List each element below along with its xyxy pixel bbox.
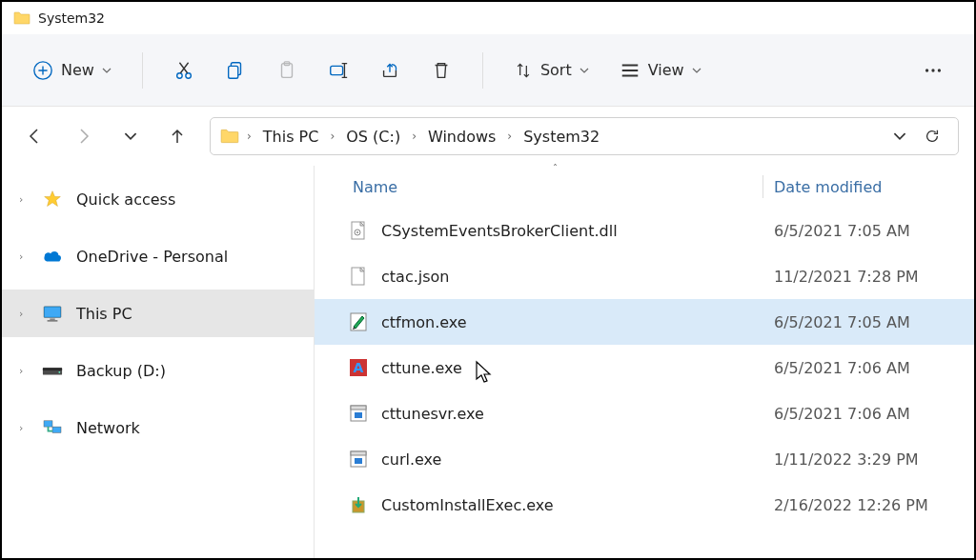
separator — [482, 52, 483, 89]
svg-point-22 — [356, 231, 358, 233]
rename-button[interactable] — [318, 50, 358, 90]
window-title: System32 — [38, 10, 105, 26]
expand-icon: › — [19, 250, 29, 263]
refresh-button[interactable] — [916, 120, 948, 152]
svg-rect-7 — [331, 66, 343, 74]
file-icon — [349, 404, 368, 423]
share-button[interactable] — [370, 50, 410, 90]
file-date: 1/11/2022 3:29 PM — [774, 450, 919, 469]
file-list: CSystemEventsBrokerClient.dll6/5/2021 7:… — [315, 208, 974, 558]
file-icon — [349, 267, 368, 286]
breadcrumb-item[interactable]: OS (C:) — [338, 124, 408, 150]
sort-label: Sort — [540, 61, 572, 79]
view-label: View — [648, 61, 684, 79]
chevron-right-icon: › — [245, 130, 254, 143]
sidebar-label: Network — [76, 419, 140, 437]
file-date: 2/16/2022 12:26 PM — [774, 496, 928, 514]
address-dropdown[interactable] — [885, 122, 914, 150]
svg-point-10 — [938, 69, 941, 71]
main-area: › Quick access › OneDrive - Personal › T… — [2, 166, 974, 558]
chevron-down-icon — [102, 66, 112, 75]
svg-point-9 — [931, 69, 934, 71]
sidebar-item-network[interactable]: › Network — [2, 404, 314, 451]
column-divider[interactable] — [762, 175, 763, 198]
file-date: 6/5/2021 7:06 AM — [774, 359, 910, 377]
file-row[interactable]: cttunesvr.exe6/5/2021 7:06 AM — [315, 390, 974, 436]
file-row[interactable]: CSystemEventsBrokerClient.dll6/5/2021 7:… — [315, 208, 974, 253]
star-icon — [42, 190, 63, 209]
breadcrumb-item[interactable]: This PC — [255, 124, 327, 150]
svg-point-17 — [58, 371, 60, 373]
new-button[interactable]: New — [23, 52, 121, 89]
titlebar: System32 — [2, 2, 974, 34]
file-date: 11/2/2021 7:28 PM — [774, 268, 919, 286]
address-bar[interactable]: › This PC › OS (C:) › Windows › System32 — [210, 117, 959, 155]
file-row[interactable]: Acttune.exe6/5/2021 7:06 AM — [315, 345, 974, 390]
copy-button[interactable] — [215, 50, 255, 90]
svg-rect-19 — [52, 427, 61, 432]
file-icon — [349, 495, 368, 514]
chevron-right-icon: › — [410, 130, 418, 143]
file-date: 6/5/2021 7:05 AM — [774, 222, 910, 240]
drive-icon — [42, 361, 63, 380]
svg-rect-32 — [355, 458, 362, 464]
sidebar-label: This PC — [76, 305, 132, 323]
toolbar: New Sort View — [2, 34, 974, 107]
new-label: New — [61, 61, 94, 79]
network-icon — [42, 418, 63, 437]
sidebar-item-backup[interactable]: › Backup (D:) — [2, 347, 314, 394]
column-date[interactable]: Date modified — [774, 178, 882, 196]
sort-indicator-icon: ˆ — [553, 164, 558, 174]
sidebar-item-quick-access[interactable]: › Quick access — [2, 175, 314, 223]
sidebar-item-this-pc[interactable]: › This PC — [2, 290, 314, 337]
sidebar-item-onedrive[interactable]: › OneDrive - Personal — [2, 232, 314, 280]
view-button[interactable]: View — [610, 53, 711, 88]
forward-button[interactable] — [67, 119, 101, 153]
svg-rect-4 — [229, 66, 238, 78]
chevron-right-icon: › — [328, 130, 336, 143]
expand-icon: › — [19, 308, 29, 320]
paste-button[interactable] — [267, 50, 307, 90]
sidebar: › Quick access › OneDrive - Personal › T… — [2, 166, 315, 558]
folder-icon — [220, 129, 239, 144]
svg-rect-12 — [45, 308, 60, 317]
file-row[interactable]: CustomInstallExec.exe2/16/2022 12:26 PM — [315, 482, 974, 528]
breadcrumb-item[interactable]: Windows — [420, 124, 503, 150]
recent-button[interactable] — [116, 122, 145, 150]
file-row[interactable]: ctac.json11/2/2021 7:28 PM — [315, 253, 974, 299]
svg-rect-18 — [44, 421, 52, 427]
navigation-row: › This PC › OS (C:) › Windows › System32 — [2, 107, 974, 166]
delete-button[interactable] — [421, 50, 461, 90]
sidebar-label: OneDrive - Personal — [76, 248, 228, 266]
chevron-right-icon: › — [505, 130, 514, 143]
cut-button[interactable] — [164, 50, 204, 90]
expand-icon: › — [19, 193, 29, 206]
file-icon — [349, 221, 368, 240]
file-row[interactable]: curl.exe1/11/2022 3:29 PM — [315, 436, 974, 482]
column-header[interactable]: ˆ Name Date modified — [315, 166, 974, 208]
svg-rect-29 — [355, 412, 362, 418]
svg-point-8 — [925, 69, 928, 71]
sidebar-label: Backup (D:) — [76, 362, 166, 380]
separator — [142, 52, 143, 89]
breadcrumb-item[interactable]: System32 — [516, 124, 607, 150]
column-name[interactable]: Name — [315, 178, 397, 196]
file-name: CSystemEventsBrokerClient.dll — [381, 222, 618, 240]
chevron-down-icon — [580, 66, 589, 75]
svg-rect-28 — [351, 406, 366, 410]
file-name: curl.exe — [381, 450, 441, 469]
up-button[interactable] — [160, 119, 194, 153]
sort-button[interactable]: Sort — [504, 53, 599, 88]
svg-rect-13 — [50, 318, 54, 320]
monitor-icon — [42, 304, 63, 323]
svg-rect-31 — [351, 451, 366, 455]
file-icon: A — [349, 358, 368, 377]
file-icon — [349, 312, 368, 331]
back-button[interactable] — [17, 119, 51, 153]
sidebar-label: Quick access — [76, 190, 175, 209]
more-button[interactable] — [913, 50, 953, 90]
expand-icon: › — [19, 422, 29, 434]
svg-point-2 — [186, 72, 192, 78]
file-row[interactable]: ctfmon.exe6/5/2021 7:05 AM — [315, 299, 974, 345]
cloud-icon — [42, 247, 63, 266]
